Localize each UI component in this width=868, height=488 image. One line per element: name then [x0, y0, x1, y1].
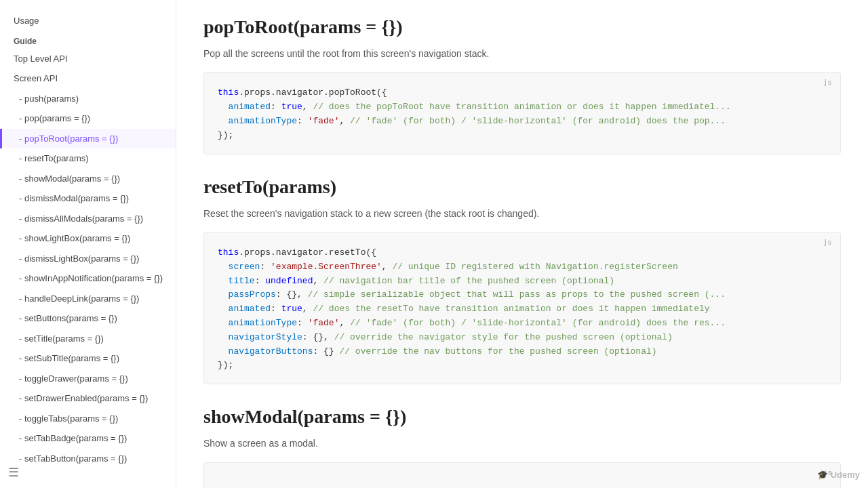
section-desc-poptoroot: Pop all the screens until the root from … [203, 46, 841, 61]
sidebar-item-top-level-api[interactable]: Top Level API [0, 49, 176, 69]
section-title-poptoroot: popToRoot(params = {}) [203, 16, 841, 38]
udemy-logo: 🎓 Udemy [817, 470, 860, 480]
menu-icon[interactable]: ☰ [8, 465, 19, 480]
js-badge-poptoroot: js [823, 78, 832, 87]
sidebar-guide-label: Guide [0, 31, 176, 49]
section-desc-showmodal: Show a screen as a modal. [203, 436, 841, 451]
section-title-showmodal: showModal(params = {}) [203, 406, 841, 428]
section-desc-resetto: Reset the screen's navigation stack to a… [203, 206, 841, 221]
sidebar-item-poptoroot[interactable]: - popToRoot(params = {}) [0, 129, 176, 149]
code-pre-poptoroot: this.props.navigator.popToRoot({ animate… [218, 86, 827, 142]
sidebar-item-settabbadge[interactable]: - setTabBadge(params = {}) [0, 428, 176, 449]
section-title-resetto: resetTo(params) [203, 176, 841, 198]
sidebar-item-dismissallmodals[interactable]: - dismissAllModals(params = {}) [0, 209, 176, 229]
main-content: popToRoot(params = {}) Pop all the scree… [176, 0, 868, 488]
code-pre-resetto: this.props.navigator.resetTo({ screen: '… [218, 246, 827, 373]
sidebar-item-setbuttons[interactable]: - setButtons(params = {}) [0, 308, 176, 329]
sidebar-item-screen-api[interactable]: Screen API [0, 68, 176, 89]
sidebar-item-push[interactable]: - push(params) [0, 89, 176, 109]
sidebar-item-toggletabs[interactable]: - toggleTabs(params = {}) [0, 409, 176, 429]
sidebar-item-showlightbox[interactable]: - showLightBox(params = {}) [0, 228, 176, 249]
sidebar-item-settitle[interactable]: - setTitle(params = {}) [0, 329, 176, 349]
sidebar-item-usage[interactable]: Usage [0, 11, 176, 31]
sidebar-item-dismisslightbox[interactable]: - dismissLightBox(params = {}) [0, 249, 176, 269]
sidebar-item-resetto[interactable]: - resetTo(params) [0, 148, 176, 169]
sidebar: Usage Guide Top Level API Screen API - p… [0, 0, 176, 488]
sidebar-item-handledeeplink[interactable]: - handleDeepLink(params = {}) [0, 289, 176, 309]
sidebar-item-pop[interactable]: - pop(params = {}) [0, 108, 176, 129]
sidebar-item-toggledrawer[interactable]: - toggleDrawer(params = {}) [0, 369, 176, 389]
sidebar-item-setsubtitle[interactable]: - setSubTitle(params = {}) [0, 348, 176, 369]
code-pre-showmodal [218, 476, 827, 488]
sidebar-item-showmodal[interactable]: - showModal(params = {}) [0, 169, 176, 189]
sidebar-item-settabbutton[interactable]: - setTabButton(params = {}) [0, 449, 176, 469]
sidebar-item-showinappnotification[interactable]: - showInAppNotification(params = {}) [0, 268, 176, 289]
udemy-logo-icon: 🎓 [817, 470, 828, 480]
code-block-showmodal: js [203, 462, 841, 488]
code-block-poptoroot: js this.props.navigator.popToRoot({ anim… [203, 72, 841, 154]
sidebar-item-setdrawerenabled[interactable]: - setDrawerEnabled(params = {}) [0, 388, 176, 409]
js-badge-resetto: js [823, 238, 832, 247]
udemy-logo-text: Udemy [831, 470, 860, 480]
code-block-resetto: js this.props.navigator.resetTo({ screen… [203, 232, 841, 384]
sidebar-item-dismissmodal[interactable]: - dismissModal(params = {}) [0, 188, 176, 209]
